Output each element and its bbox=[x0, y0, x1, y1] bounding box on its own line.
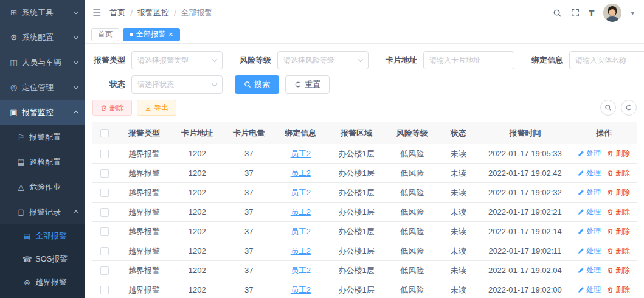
cell-bind-info: 员工2 bbox=[275, 222, 327, 241]
sidebar-item-system-tools[interactable]: ⊞系统工具 bbox=[0, 0, 85, 25]
cell-operations: 处理 删除 bbox=[572, 203, 637, 222]
caret-down-icon[interactable]: ▾ bbox=[631, 9, 634, 17]
sidebar-item-location-management[interactable]: ◎定位管理 bbox=[0, 75, 85, 100]
bind-entity-link[interactable]: 员工2 bbox=[291, 188, 311, 197]
cell-alarm-area: 办公楼1层 bbox=[327, 222, 386, 241]
search-button[interactable]: 搜索 bbox=[235, 75, 279, 94]
handle-link[interactable]: 处理 bbox=[578, 285, 601, 295]
row-delete-link-label: 删除 bbox=[615, 246, 630, 256]
cell-card-address: 1202 bbox=[171, 203, 223, 222]
circle-cross-icon: ⊗ bbox=[22, 278, 32, 287]
export-label: 导出 bbox=[154, 103, 168, 113]
export-button[interactable]: 导出 bbox=[137, 100, 176, 116]
row-delete-link[interactable]: 删除 bbox=[607, 285, 630, 295]
handle-link[interactable]: 处理 bbox=[578, 207, 601, 217]
bind-entity-link[interactable]: 员工2 bbox=[291, 168, 311, 178]
breadcrumb-item[interactable]: 首页 bbox=[109, 7, 125, 18]
record-icon: ▢ bbox=[16, 207, 26, 217]
cell-bind-info: 员工2 bbox=[275, 261, 327, 280]
cell-operations: 处理 删除 bbox=[572, 261, 637, 280]
select-placeholder: 请选择报警类型 bbox=[137, 55, 189, 66]
bind-info-input[interactable] bbox=[569, 51, 644, 69]
menu-collapse-icon[interactable]: ☰ bbox=[92, 7, 101, 19]
batch-delete-button[interactable]: 删除 bbox=[92, 100, 132, 116]
col-operations: 操作 bbox=[572, 122, 637, 144]
cell-alarm-type: 越界报警 bbox=[117, 203, 171, 222]
bind-entity-link[interactable]: 员工2 bbox=[291, 149, 311, 158]
breadcrumb-item[interactable]: 全部报警 bbox=[181, 7, 213, 18]
cell-risk-level: 低风险 bbox=[386, 241, 438, 261]
cell-risk-level: 低风险 bbox=[386, 203, 438, 222]
bind-entity-link[interactable]: 员工2 bbox=[291, 227, 311, 236]
cell-status: 未读 bbox=[438, 183, 479, 203]
row-checkbox[interactable] bbox=[100, 189, 109, 197]
row-checkbox[interactable] bbox=[100, 150, 109, 158]
status-select[interactable]: 请选择状态 bbox=[131, 75, 223, 94]
select-placeholder: 请选择风险等级 bbox=[283, 55, 334, 66]
row-checkbox[interactable] bbox=[100, 247, 109, 255]
handle-link[interactable]: 处理 bbox=[578, 148, 601, 159]
sidebar-item-alarm-records[interactable]: ▢报警记录 bbox=[0, 199, 85, 224]
tab-active-dot bbox=[130, 33, 133, 36]
card-address-input[interactable] bbox=[423, 51, 514, 69]
sidebar-item-alarm-config[interactable]: ⚐报警配置 bbox=[0, 125, 85, 150]
row-checkbox[interactable] bbox=[100, 266, 109, 275]
bind-entity-link[interactable]: 员工2 bbox=[291, 285, 311, 294]
sidebar-item-overcount-alarms[interactable]: ↗超员报警 bbox=[0, 294, 85, 298]
refresh-button[interactable] bbox=[621, 100, 637, 116]
font-size-icon[interactable]: T bbox=[589, 8, 594, 18]
handle-link[interactable]: 处理 bbox=[578, 168, 601, 178]
fullscreen-icon[interactable] bbox=[571, 9, 580, 17]
sidebar-item-sos-alarms[interactable]: ☎SOS报警 bbox=[0, 248, 85, 271]
row-delete-link-label: 删除 bbox=[615, 265, 630, 275]
sidebar-item-boundary-alarms[interactable]: ⊗越界报警 bbox=[0, 271, 85, 294]
row-checkbox[interactable] bbox=[100, 286, 109, 294]
tab-label: 全部报警 bbox=[136, 29, 165, 40]
row-delete-link[interactable]: 删除 bbox=[607, 226, 630, 237]
row-delete-link[interactable]: 删除 bbox=[607, 187, 630, 198]
cell-alarm-type: 越界报警 bbox=[117, 144, 171, 164]
sidebar-item-alarm-monitoring[interactable]: ▣报警监控 bbox=[0, 100, 85, 125]
cell-alarm-area: 办公楼1层 bbox=[327, 241, 386, 261]
cell-risk-level: 低风险 bbox=[386, 222, 438, 241]
bind-entity-link[interactable]: 员工2 bbox=[291, 266, 311, 275]
row-delete-link[interactable]: 删除 bbox=[607, 148, 630, 159]
search-icon[interactable] bbox=[553, 9, 562, 18]
row-checkbox[interactable] bbox=[100, 169, 109, 178]
search-toggle-button[interactable] bbox=[600, 100, 616, 116]
sidebar-item-all-alarms[interactable]: ▤全部报警 bbox=[0, 224, 85, 248]
tab-bar: 首页全部报警× bbox=[85, 26, 644, 44]
tab-all-alarms[interactable]: 全部报警× bbox=[123, 28, 180, 41]
risk-level-select[interactable]: 请选择风险等级 bbox=[277, 51, 369, 69]
handle-link[interactable]: 处理 bbox=[578, 187, 601, 198]
tab-close-icon[interactable]: × bbox=[168, 30, 173, 38]
row-delete-link[interactable]: 删除 bbox=[607, 168, 630, 178]
breadcrumb-separator: / bbox=[174, 9, 176, 18]
cell-card-battery: 37 bbox=[223, 241, 275, 261]
sidebar-item-patrol-config[interactable]: ▤巡检配置 bbox=[0, 150, 85, 175]
select-all-checkbox[interactable] bbox=[100, 129, 109, 137]
avatar[interactable] bbox=[603, 4, 621, 22]
chevron-down-icon bbox=[358, 57, 363, 61]
sidebar-item-system-config[interactable]: ⚙系统配置 bbox=[0, 25, 85, 50]
row-delete-link[interactable]: 删除 bbox=[607, 265, 630, 275]
row-delete-link[interactable]: 删除 bbox=[607, 207, 630, 217]
row-delete-link[interactable]: 删除 bbox=[607, 246, 630, 256]
tab-home[interactable]: 首页 bbox=[91, 28, 119, 41]
reset-button[interactable]: 重置 bbox=[285, 75, 330, 94]
handle-link-label: 处理 bbox=[586, 265, 601, 275]
row-checkbox[interactable] bbox=[100, 227, 109, 236]
sidebar-item-dangerous-work[interactable]: △危险作业 bbox=[0, 175, 85, 199]
row-checkbox[interactable] bbox=[100, 208, 109, 217]
sidebar-item-personnel-vehicles[interactable]: ◫人员与车辆 bbox=[0, 50, 85, 75]
breadcrumb-item[interactable]: 报警监控 bbox=[137, 7, 169, 18]
row-delete-link-label: 删除 bbox=[615, 187, 630, 198]
bind-entity-link[interactable]: 员工2 bbox=[291, 207, 311, 217]
handle-link[interactable]: 处理 bbox=[578, 265, 601, 275]
bind-entity-link[interactable]: 员工2 bbox=[291, 246, 311, 255]
people-icon: ◫ bbox=[9, 58, 19, 67]
handle-link[interactable]: 处理 bbox=[578, 246, 601, 256]
handle-link[interactable]: 处理 bbox=[578, 226, 601, 237]
chevron-down-icon bbox=[74, 34, 78, 39]
alarm-type-select[interactable]: 请选择报警类型 bbox=[131, 51, 223, 69]
